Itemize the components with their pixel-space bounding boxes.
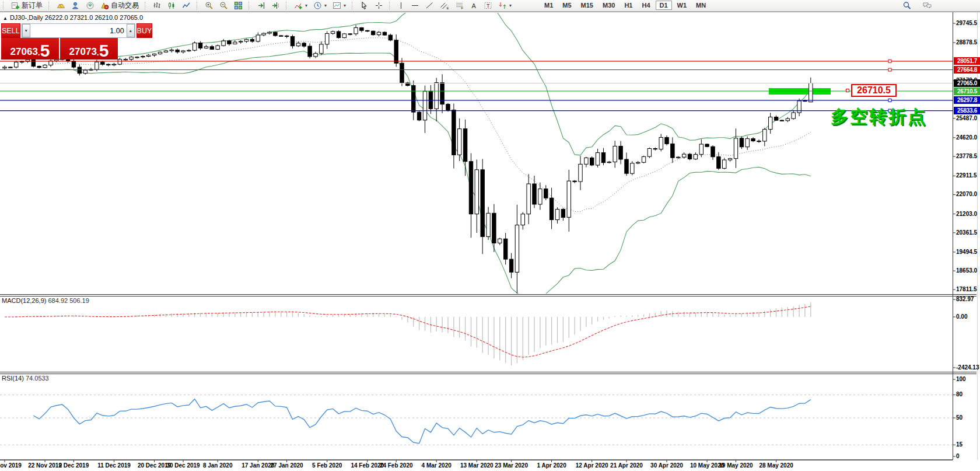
sell-price-frac: 5 xyxy=(40,43,50,58)
date-label: 30 Dec 2019 xyxy=(166,462,200,469)
date-label: 30 Apr 2020 xyxy=(650,462,683,469)
date-label: 23 Mar 2020 xyxy=(495,462,528,469)
buy-price[interactable]: 27073.5 xyxy=(60,38,118,60)
price-tick: 21203.0 xyxy=(956,211,977,217)
price-badge: 27664.8 xyxy=(954,66,980,74)
buy-price-main: 27073 xyxy=(69,47,97,58)
date-label: 2 Dec 2019 xyxy=(59,462,89,469)
date-label: 17 Jan 2020 xyxy=(242,462,274,469)
rsi-axis-tick: 15 xyxy=(956,441,963,448)
price-tick: 23778.5 xyxy=(956,153,977,159)
date-label: 4 Mar 2020 xyxy=(422,462,452,469)
sell-price[interactable]: 27063.5 xyxy=(1,38,59,60)
date-label: 22 Nov 2019 xyxy=(28,462,62,469)
price-badge: 26710.5 xyxy=(954,88,980,95)
date-label: 28 May 2020 xyxy=(759,462,793,469)
date-label: 14 Feb 2020 xyxy=(351,462,384,469)
date-label: 21 Apr 2020 xyxy=(610,462,643,469)
date-label: 13 Nov 2019 xyxy=(0,462,22,469)
price-tick: 17811.5 xyxy=(956,286,977,292)
turning-point-annotation: 多空转折点 xyxy=(831,105,927,129)
macd-values: 684.92 506.19 xyxy=(48,297,89,304)
date-label: 27 Jan 2020 xyxy=(271,462,303,469)
price-tick: 25487.0 xyxy=(956,115,977,121)
price-tick: 29745.5 xyxy=(956,20,977,26)
rsi-axis-tick: 50 xyxy=(956,414,963,421)
price-tick: 28878.5 xyxy=(956,39,977,46)
one-click-trading-panel: SELL ▼ ▲ BUY 27063.5 27073.5 xyxy=(1,23,118,60)
price-tick: 19494.5 xyxy=(956,249,977,255)
rsi-axis-tick: 100 xyxy=(956,376,966,382)
rsi-axis-tick: 80 xyxy=(956,391,963,397)
date-label: 11 Dec 2019 xyxy=(97,462,131,469)
mt4-window: 新订单 自动交易 xyxy=(0,0,980,471)
volume-decrease-button[interactable]: ▼ xyxy=(22,24,30,37)
chart-title-bar[interactable]: ▲DJ30-,Daily 26222.0 27321.0 26210.0 270… xyxy=(3,14,143,21)
macd-label: MACD(12,26,9) 684.92 506.19 xyxy=(2,297,89,304)
price-tick: 20361.5 xyxy=(956,229,977,236)
rsi-value: 74.0533 xyxy=(26,375,49,382)
price-badge: 25833.6 xyxy=(954,107,980,114)
collapse-triangle-icon: ▲ xyxy=(3,16,8,21)
volume-increase-button[interactable]: ▲ xyxy=(127,24,135,37)
price-badge: 28051.7 xyxy=(954,57,980,65)
buy-price-frac: 5 xyxy=(99,43,109,58)
price-tick: 22070.0 xyxy=(956,191,977,197)
symbol-ohlc-text: DJ30-,Daily 26222.0 27321.0 26210.0 2706… xyxy=(10,14,143,21)
date-label: 1 Apr 2020 xyxy=(537,462,566,469)
rsi-label: RSI(14) 74.0533 xyxy=(2,375,49,382)
date-label: 5 Feb 2020 xyxy=(312,462,342,469)
annotation-handle[interactable] xyxy=(846,89,849,92)
price-badge: 26297.8 xyxy=(954,96,980,104)
date-label: 13 Mar 2020 xyxy=(460,462,494,469)
macd-axis-tick: -2424.13 xyxy=(956,364,979,371)
price-tick: 22911.5 xyxy=(956,172,977,179)
sell-price-main: 27063 xyxy=(10,47,38,58)
volume-stepper: ▼ ▲ xyxy=(22,23,135,38)
date-label: 12 Apr 2020 xyxy=(576,462,608,469)
volume-input[interactable] xyxy=(30,24,127,37)
date-label: 24 Feb 2020 xyxy=(380,462,413,469)
rsi-axis-tick: 0 xyxy=(956,453,960,459)
price-annotation-box[interactable]: 26710.5 xyxy=(851,84,897,97)
date-label: 19 May 2020 xyxy=(719,462,752,469)
price-tick: 18653.0 xyxy=(956,267,977,274)
macd-axis-tick: 0.00 xyxy=(956,313,967,320)
date-label: 8 Jan 2020 xyxy=(203,462,233,469)
price-chart[interactable] xyxy=(0,0,980,471)
price-badge: 27065.0 xyxy=(954,79,980,87)
buy-button[interactable]: BUY xyxy=(136,23,153,38)
sell-button[interactable]: SELL xyxy=(1,23,20,38)
macd-axis-tick: 832.97 xyxy=(956,296,974,302)
price-tick: 24620.0 xyxy=(956,134,977,141)
